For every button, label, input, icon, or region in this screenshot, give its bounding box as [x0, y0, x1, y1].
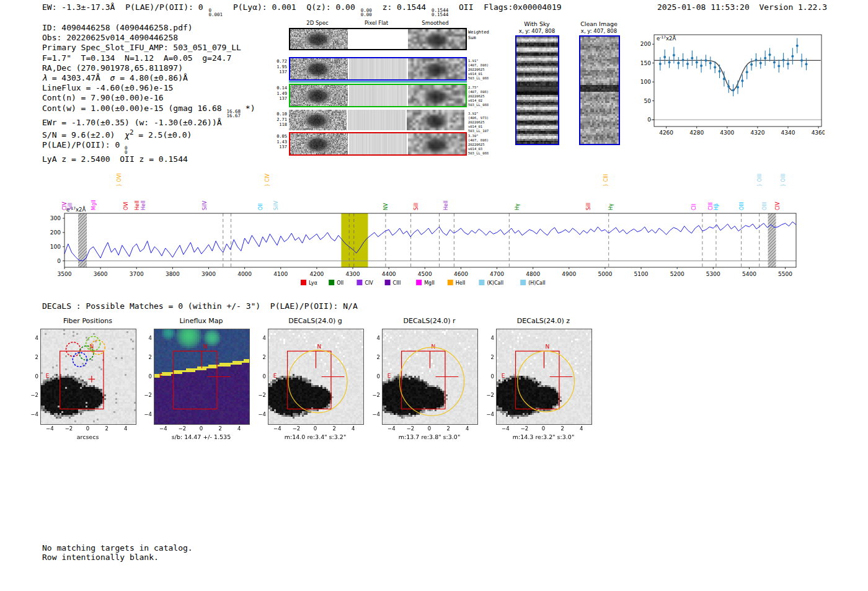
- spec2d-image: [408, 58, 466, 79]
- emission-line-label: } CIII: [603, 174, 609, 187]
- east-label: E: [46, 373, 50, 379]
- x-tick-label: 4260: [659, 130, 673, 136]
- axis-tick-label: −4: [386, 425, 397, 432]
- axis-tick-label: 4: [256, 335, 266, 341]
- legend-swatch: [416, 280, 422, 285]
- highlight-band: [341, 213, 368, 267]
- data-point: [764, 57, 766, 60]
- spec2d-row: [289, 28, 467, 50]
- x-tick-label: 4500: [418, 271, 432, 277]
- axis-tick-label: 4: [462, 425, 473, 432]
- axis-tick-label: 2: [443, 425, 454, 432]
- x-tick-label: 4800: [526, 271, 540, 277]
- emission-line-label: NV: [383, 203, 389, 210]
- axis-tick-label: −4: [370, 411, 380, 417]
- emission-line-label: OVI: [123, 202, 129, 210]
- legend-label: CIII: [393, 280, 401, 286]
- info-line: Cont(n) = 7.90(±0.00)e-16: [42, 93, 255, 103]
- axis-tick-label: 2: [142, 354, 152, 360]
- x-tick-label: 4600: [454, 271, 468, 277]
- data-point: [673, 54, 675, 56]
- legend-swatch: [301, 280, 306, 285]
- legend-label: (H)CaII: [528, 280, 545, 286]
- y-tick-label: 50: [644, 98, 652, 104]
- emission-line-label: OIII: [762, 202, 768, 210]
- spectrum-line: [64, 222, 796, 261]
- data-point: [723, 78, 725, 80]
- north-label: N: [203, 344, 207, 350]
- legend-swatch: [479, 280, 484, 285]
- data-point: [782, 59, 785, 61]
- axis-tick-label: 0: [538, 425, 549, 432]
- spec2d-row-label: 0.141.49137: [276, 86, 287, 102]
- y-tick-label: 300: [50, 215, 61, 221]
- withsky-title: With Sky: [513, 20, 560, 27]
- spec2d-row-info: 3.92"(406, 973)20220625v014_01503_LL_107: [468, 112, 499, 133]
- x-tick-label: 4300: [346, 271, 360, 277]
- info-line: λ = 4303.47Å σ = 4.80(±0.86)Å: [42, 73, 255, 83]
- cutout-title: Lineflux Map: [144, 317, 258, 325]
- data-point: [755, 59, 757, 61]
- spec2d-image: [408, 85, 466, 106]
- elixer-report-page: EW: -1.3±-17.3Å P(LAE)/P(OII): 000.001 P…: [0, 0, 868, 591]
- cutout-title: DECaLS(24.0) g: [259, 317, 372, 325]
- legend-label: OII: [337, 280, 343, 286]
- x-tick-label: 4700: [490, 271, 504, 277]
- full-spectrum-chart: 3500360037003800390040004100420043004400…: [34, 158, 815, 291]
- info-line: Obs: 20220625v014_4090446258: [42, 33, 255, 43]
- axis-tick-label: 2: [101, 425, 112, 432]
- info-line: EWr = -1.70(±0.35) (w: -1.30(±0.26))Å: [42, 118, 255, 128]
- y-tick-label: 200: [640, 41, 651, 47]
- cutout-overlay: NE: [154, 329, 249, 424]
- x-tick-label: 4340: [781, 130, 795, 136]
- spec2d-row-info: WeightedSum: [468, 30, 499, 40]
- spec2d-row-label: 0.721.95137: [276, 59, 287, 75]
- axis-tick-label: 4: [348, 425, 359, 432]
- spec2d-row: [289, 110, 464, 130]
- z-low: 0.1544: [432, 12, 448, 17]
- spec2d-row-label: 0.102.71118: [276, 112, 287, 128]
- info-line: LineFlux = -4.60(±0.96)e-15: [42, 83, 255, 93]
- cutout-xlabel: arcsecs: [31, 433, 144, 440]
- y-tick-label: 0: [57, 258, 61, 264]
- axis-tick-label: −2: [405, 425, 416, 432]
- col-header-smoothed: Smoothed: [422, 20, 448, 26]
- aperture-box: [60, 351, 104, 409]
- emission-line-label: Hγ: [515, 203, 520, 210]
- axis-tick-label: 4: [576, 425, 587, 432]
- legend-swatch: [448, 280, 453, 285]
- emission-line-label: CIII: [708, 202, 714, 210]
- spec2d-image: [290, 29, 348, 49]
- catalog-match-line: DECaLS : Possible Matches = 0 (within +/…: [42, 301, 358, 311]
- clean-image: [579, 35, 620, 145]
- axis-tick-label: 2: [29, 354, 38, 360]
- spec2d-image: [290, 133, 348, 154]
- legend-label: MgII: [424, 280, 435, 286]
- emission-line-label: HeII: [443, 200, 449, 210]
- data-point: [750, 63, 753, 66]
- legend-label: HeII: [456, 280, 466, 286]
- x-tick-label: 5100: [634, 271, 649, 277]
- data-point: [704, 59, 707, 61]
- x-tick-label: 3500: [58, 271, 72, 277]
- x-tick-label: 4000: [237, 271, 252, 277]
- col-header-2dspec: 2D Spec: [306, 20, 328, 26]
- y-tick-label: 200: [50, 229, 61, 236]
- data-point: [727, 85, 730, 87]
- data-point: [659, 63, 662, 65]
- north-label: N: [545, 344, 549, 350]
- axis-tick-label: 4: [370, 335, 380, 341]
- spec2d-image: [349, 58, 407, 79]
- x-tick-label: 4280: [689, 130, 704, 136]
- data-point: [805, 63, 807, 66]
- emission-line-label: Hγ: [608, 203, 614, 210]
- spec2d-image: [290, 58, 348, 79]
- axis-tick-label: 0: [82, 425, 94, 432]
- emission-line-label: MgII: [91, 200, 97, 210]
- cutout-overlay: NE: [497, 329, 591, 424]
- spec2d-row: [289, 84, 467, 107]
- withsky-coords: x, y: 407, 808: [508, 28, 565, 34]
- emission-line-label: } OVI: [117, 173, 122, 187]
- masked-band-hatch: [78, 213, 87, 267]
- data-point: [663, 56, 666, 58]
